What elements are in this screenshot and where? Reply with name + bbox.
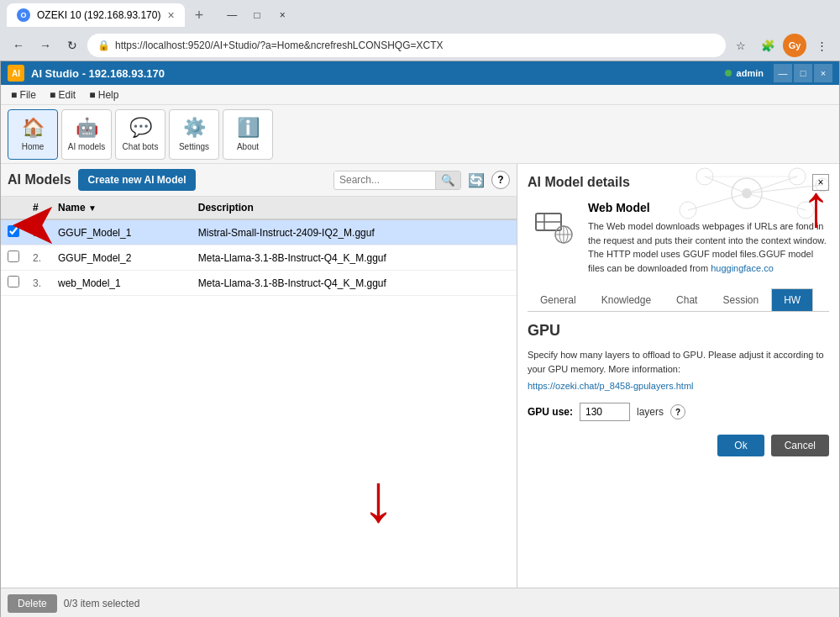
row-2-description: Meta-Llama-3.1-8B-Instruct-Q4_K_M.gguf [192, 245, 517, 271]
toolbar-chat-bots-button[interactable]: 💬 Chat bots [115, 109, 165, 160]
models-table-container: # Name ▼ Description 1. GGUF_Model_1 Mis… [1, 197, 517, 588]
search-input[interactable] [334, 171, 435, 188]
row-1-description: Mistral-Small-Instruct-2409-IQ2_M.gguf [192, 219, 517, 245]
main-content: AI Models Create new AI Model 🔍 🔄 ? # Na… [1, 164, 839, 588]
tab-session[interactable]: Session [710, 288, 771, 311]
tab-close-icon[interactable]: × [167, 8, 174, 22]
search-button[interactable]: 🔍 [435, 171, 460, 189]
gpu-description: Specify how many layers to offload to GP… [528, 348, 829, 376]
app-status: admin [725, 68, 764, 78]
row-2-checkbox[interactable] [8, 250, 19, 262]
gpu-use-input[interactable] [580, 403, 630, 421]
tab-knowledge[interactable]: Knowledge [589, 288, 664, 311]
toolbar-home-button[interactable]: 🏠 Home [8, 109, 58, 160]
row-2-num: 2. [26, 245, 51, 271]
panel-title: AI Models [8, 172, 71, 187]
cancel-button[interactable]: Cancel [771, 435, 829, 456]
browser-titlebar: O OZEKI 10 (192.168.93.170) × + — □ × [0, 0, 840, 30]
tab-chat[interactable]: Chat [664, 288, 710, 311]
browser-maximize-button[interactable]: □ [245, 3, 269, 27]
col-checkbox [1, 197, 26, 219]
tab-favicon: O [17, 8, 30, 22]
menu-file[interactable]: ■ File [4, 87, 43, 103]
gpu-help-button[interactable]: ? [670, 404, 685, 419]
address-bar[interactable]: 🔒 https://localhost:9520/AI+Studio/?a=Ho… [87, 34, 726, 57]
table-row[interactable]: 3. web_Model_1 Meta-Llama-3.1-8B-Instruc… [1, 271, 517, 296]
model-desc-text: The Web model downloads webpages if URLs… [588, 219, 829, 275]
col-description: Description [192, 197, 517, 219]
profile-button[interactable]: Gy [783, 34, 806, 57]
huggingface-link[interactable]: huggingface.co [711, 263, 774, 273]
toolbar-home-label: Home [22, 142, 45, 151]
table-row[interactable]: 2. GGUF_Model_2 Meta-Llama-3.1-8B-Instru… [1, 245, 517, 271]
create-ai-model-button[interactable]: Create new AI Model [78, 169, 197, 191]
gpu-info-link[interactable]: https://ozeki.chat/p_8458-gpulayers.html [528, 381, 829, 391]
row-3-description: Meta-Llama-3.1-8B-Instruct-Q4_K_M.gguf [192, 271, 517, 296]
gpu-use-row: GPU use: layers ? [528, 403, 829, 421]
tab-hw[interactable]: HW [771, 288, 813, 311]
selection-info: 0/3 item selected [64, 598, 140, 609]
row-1-checkbox[interactable] [8, 225, 19, 237]
right-panel-title: AI Model details [528, 175, 630, 190]
status-indicator [725, 70, 732, 76]
gpu-title: GPU [528, 322, 829, 340]
app-minimize-button[interactable]: — [774, 64, 792, 82]
toolbar-about-button[interactable]: ℹ️ About [223, 109, 273, 160]
left-panel-header: AI Models Create new AI Model 🔍 🔄 ? [1, 164, 517, 197]
bottom-bar: Delete 0/3 item selected [1, 588, 839, 617]
app-window-controls: — □ × [774, 64, 832, 82]
row-1-num: 1. [26, 219, 51, 245]
help-button[interactable]: ? [491, 171, 510, 189]
app-close-button[interactable]: × [814, 64, 832, 82]
model-description: Web Model The Web model downloads webpag… [588, 201, 829, 275]
browser-action-buttons: ☆ 🧩 Gy ⋮ [729, 34, 833, 57]
search-bar: 🔍 [333, 171, 461, 190]
browser-close-button[interactable]: × [270, 3, 294, 27]
right-panel: AI Model details × Web Mode [517, 164, 839, 588]
about-icon: ℹ️ [237, 117, 260, 139]
toolbar-about-label: About [237, 142, 259, 151]
toolbar-settings-button[interactable]: ⚙️ Settings [169, 109, 219, 160]
bookmark-button[interactable]: ☆ [729, 34, 753, 57]
ai-models-icon: 🤖 [76, 117, 98, 139]
url-text: https://localhost:9520/AI+Studio/?a=Home… [115, 40, 716, 51]
browser-chrome: O OZEKI 10 (192.168.93.170) × + — □ × ← … [0, 0, 840, 61]
menu-help[interactable]: ■ Help [82, 87, 125, 103]
menu-button[interactable]: ⋮ [810, 34, 833, 57]
model-info: Web Model The Web model downloads webpag… [528, 201, 829, 275]
app-maximize-button[interactable]: □ [794, 64, 812, 82]
app-icon: AI [8, 65, 24, 82]
gpu-section: GPU Specify how many layers to offload t… [528, 322, 829, 456]
settings-icon: ⚙️ [183, 117, 206, 139]
models-table: # Name ▼ Description 1. GGUF_Model_1 Mis… [1, 197, 517, 296]
row-3-num: 3. [26, 271, 51, 296]
back-button[interactable]: ← [7, 34, 30, 57]
home-icon: 🏠 [22, 117, 45, 139]
detail-tabs: General Knowledge Chat Session HW [528, 288, 829, 312]
delete-button[interactable]: Delete [8, 594, 57, 613]
web-model-icon [532, 205, 574, 247]
forward-button[interactable]: → [34, 34, 57, 57]
toolbar-ai-models-button[interactable]: 🤖 AI models [61, 109, 112, 160]
table-row[interactable]: 1. GGUF_Model_1 Mistral-Small-Instruct-2… [1, 219, 517, 245]
extensions-button[interactable]: 🧩 [756, 34, 780, 57]
tab-title: OZEKI 10 (192.168.93.170) [37, 9, 160, 21]
table-header-row: # Name ▼ Description [1, 197, 517, 219]
browser-controls: ← → ↻ 🔒 https://localhost:9520/AI+Studio… [0, 30, 840, 61]
refresh-list-button[interactable]: 🔄 [468, 172, 485, 188]
row-2-name: GGUF_Model_2 [51, 245, 192, 271]
new-tab-button[interactable]: + [192, 3, 207, 28]
menu-bar: ■ File ■ Edit ■ Help [1, 85, 839, 105]
ok-button[interactable]: Ok [717, 435, 764, 456]
action-buttons: Ok Cancel [528, 435, 829, 456]
refresh-button[interactable]: ↻ [60, 34, 84, 57]
browser-minimize-button[interactable]: — [220, 3, 244, 27]
menu-edit[interactable]: ■ Edit [43, 87, 82, 103]
browser-tab[interactable]: O OZEKI 10 (192.168.93.170) × [7, 3, 185, 27]
app-titlebar: AI AI Studio - 192.168.93.170 admin — □ … [1, 61, 839, 85]
row-3-checkbox[interactable] [8, 276, 19, 287]
close-panel-button[interactable]: × [812, 174, 829, 191]
model-icon [528, 201, 578, 251]
right-panel-header: AI Model details × [528, 174, 829, 191]
tab-general[interactable]: General [528, 288, 589, 311]
